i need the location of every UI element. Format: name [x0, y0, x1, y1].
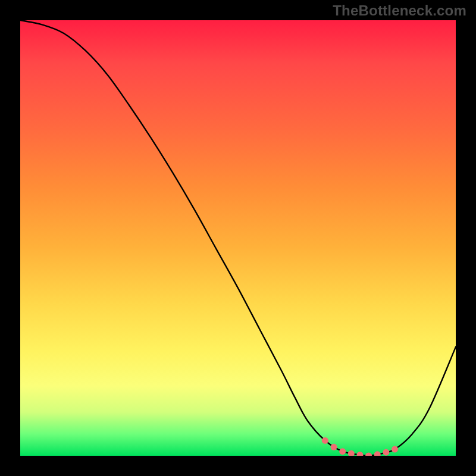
highlight-dot	[348, 450, 355, 456]
bottleneck-curve-path	[20, 20, 456, 456]
highlight-dot	[383, 449, 389, 456]
watermark-text: TheBottleneck.com	[333, 2, 466, 19]
curve-layer	[20, 20, 456, 456]
highlight-dots-group	[322, 437, 398, 456]
chart-frame: TheBottleneck.com	[0, 0, 476, 476]
highlight-dot	[339, 448, 346, 455]
highlight-dot	[331, 444, 337, 450]
plot-area	[20, 20, 456, 456]
highlight-dot	[365, 453, 372, 456]
highlight-dot	[374, 451, 381, 456]
highlight-dot	[392, 446, 398, 453]
highlight-dot	[356, 452, 363, 456]
highlight-dot	[322, 437, 328, 444]
